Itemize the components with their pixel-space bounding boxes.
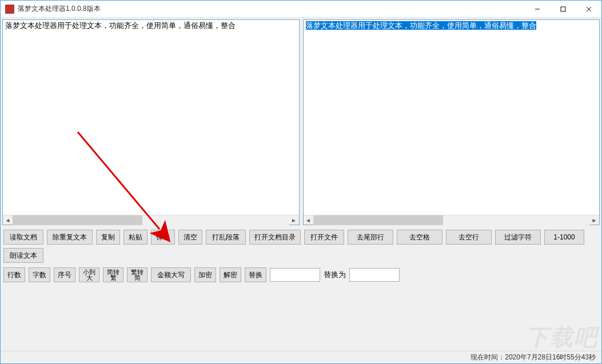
find-input[interactable] <box>270 268 320 282</box>
left-text-pane[interactable]: 落梦文本处理器用于处理文本，功能齐全，使用简单，通俗易懂，整合 ◄ ► <box>2 19 300 225</box>
left-textarea[interactable]: 落梦文本处理器用于处理文本，功能齐全，使用简单，通俗易懂，整合 <box>3 20 299 215</box>
money-uppercase-button[interactable]: 金额大写 <box>151 267 191 282</box>
left-scrollbar[interactable]: ◄ ► <box>3 215 299 225</box>
minimize-button[interactable] <box>524 1 550 18</box>
close-button[interactable] <box>576 1 601 18</box>
seq-button[interactable]: 序号 <box>54 267 75 282</box>
right-textarea[interactable]: 落梦文本处理器用于处理文本，功能齐全，使用简单，通俗易懂，整合 <box>304 20 600 215</box>
read-aloud-button[interactable]: 朗读文本 <box>3 248 43 263</box>
right-scrollbar[interactable]: ◄ ► <box>304 215 600 225</box>
save-button[interactable]: 保存 <box>151 230 175 245</box>
copy-button[interactable]: 复制 <box>96 230 120 245</box>
trim-tail-button[interactable]: 去尾部行 <box>348 230 393 245</box>
replace-input[interactable] <box>349 268 400 282</box>
status-time: 现在时间：2020年7月28日16时55分43秒 <box>471 353 596 362</box>
trim-empty-line-button[interactable]: 去空行 <box>446 230 492 245</box>
sort-asc-button[interactable]: 小到 大 <box>79 267 99 282</box>
trim-space-button[interactable]: 去空格 <box>397 230 442 245</box>
scroll-left-icon[interactable]: ◄ <box>304 215 313 225</box>
app-icon <box>5 5 14 14</box>
toolbar-row-1: 读取文档 除重复文本 复制 粘贴 保存 清空 打乱段落 打开文档目录 打开文件 … <box>2 225 600 264</box>
traditional-to-simplified-button[interactable]: 繁转 简 <box>127 267 147 282</box>
paste-button[interactable]: 粘贴 <box>123 230 147 245</box>
svg-rect-1 <box>561 7 565 11</box>
chars-button[interactable]: 字数 <box>29 267 50 282</box>
maximize-button[interactable] <box>550 1 576 18</box>
range-button[interactable]: 1-1000 <box>544 230 584 245</box>
replace-button[interactable]: 替换 <box>245 267 266 282</box>
read-doc-button[interactable]: 读取文档 <box>3 230 43 245</box>
toolbar-row-2: 行数 字数 序号 小到 大 简转 繁 繁转 简 金额大写 加密 解密 替换 替换… <box>2 264 600 283</box>
open-file-button[interactable]: 打开文件 <box>304 230 344 245</box>
simplified-to-traditional-button[interactable]: 简转 繁 <box>103 267 123 282</box>
decrypt-button[interactable]: 解密 <box>220 267 241 282</box>
lines-button[interactable]: 行数 <box>3 267 25 282</box>
clear-button[interactable]: 清空 <box>178 230 202 245</box>
scroll-right-icon[interactable]: ► <box>589 215 599 225</box>
statusbar: 现在时间：2020年7月28日16时55分43秒 <box>1 351 601 363</box>
encrypt-button[interactable]: 加密 <box>194 267 216 282</box>
replace-to-label: 替换为 <box>324 270 346 280</box>
open-dir-button[interactable]: 打开文档目录 <box>249 230 301 245</box>
window-title: 落梦文本处理器1.0.0.8版本 <box>18 4 101 14</box>
right-text-pane[interactable]: 落梦文本处理器用于处理文本，功能齐全，使用简单，通俗易懂，整合 ◄ ► <box>303 19 600 225</box>
scroll-left-icon[interactable]: ◄ <box>3 215 13 225</box>
dedup-button[interactable]: 除重复文本 <box>47 230 93 245</box>
filter-chars-button[interactable]: 过滤字符 <box>495 230 541 245</box>
shuffle-paragraph-button[interactable]: 打乱段落 <box>206 230 246 245</box>
scroll-right-icon[interactable]: ► <box>289 215 299 225</box>
titlebar: 落梦文本处理器1.0.0.8版本 <box>1 1 601 18</box>
